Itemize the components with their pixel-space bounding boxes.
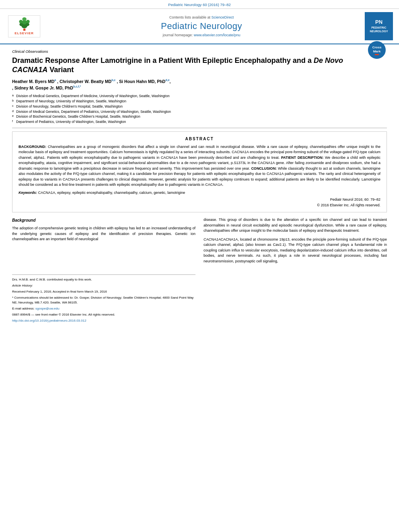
journal-header: ELSEVIER Contents lists available at Sci… [0,9,399,44]
background-label: BACKGROUND: [19,145,46,149]
footnote-4: * Communications should be addressed to:… [12,295,195,305]
journal-badge: PN PEDIATRIC NEUROLOGY [365,12,393,40]
issn-line: 0887-8994/$ — see front matter © 2016 El… [12,312,195,317]
affiliation-d: d Division of Medical Genetics, Departme… [12,109,387,114]
badge-bottom: NEUROLOGY [370,29,388,33]
email-line: E-mail address: sgospe@uw.edu [12,306,195,311]
author3-sup: d,e [165,79,169,81]
footnote-3: Received February 1, 2016; Accepted in f… [12,289,195,294]
homepage-url[interactable]: www.elsevier.com/locate/pnu [194,33,241,37]
issn-text: 0887-8994/$ — see front matter © 2016 El… [12,313,115,316]
svg-point-5 [19,20,23,23]
left-column: Background The adoption of comprehensive… [12,217,195,323]
svg-point-7 [22,17,27,21]
author1: Heather M. Byers MD [12,79,54,83]
crossmark-icon: Cross Mark [367,40,387,60]
abstract-text: BACKGROUND: Channelopathies are a group … [19,144,380,188]
journal-title: Pediatric Neurology [161,21,242,31]
separator [12,128,387,128]
body-two-col: Background The adoption of comprehensive… [12,217,387,323]
svg-rect-11 [375,54,379,55]
elsevier-wordmark: ELSEVIER [15,31,34,35]
affiliation-c: c Division of Neurology, Seattle Childre… [12,104,387,109]
left-body-text: The adoption of comprehensive genetic te… [12,226,195,242]
authors-line: Heather M. Byers MDa , Christopher W. Be… [12,78,387,91]
journal-reference-bar: Pediatric Neurology 60 (2016) 79–82 [0,0,399,9]
comma3: , [170,79,171,83]
keywords-label: Keywords: [19,191,37,195]
right-column: disease. This group of disorders is due … [204,217,387,323]
email-label: E-mail address: [12,307,35,310]
right-body-text-1: disease. This group of disorders is due … [204,217,387,234]
header-center: Contents lists available at ScienceDirec… [46,12,357,40]
svg-rect-0 [23,29,25,31]
title-end: Variant [48,66,74,74]
keywords-line: Keywords: CACNA1A, epilepsy, epileptic e… [19,190,380,196]
journal-homepage: journal homepage: www.elsevier.com/locat… [163,33,241,37]
badge-top: PEDIATRIC [371,26,386,29]
copyright-text: © 2016 Elsevier Inc. All rights reserved… [19,203,380,208]
author4-sup: b,c,f,* [73,85,81,88]
footnote-1: Drs. H.M.B. and C.W.B. contributed equal… [12,277,195,282]
author3: , Si Houn Hahn MD, PhD [117,79,166,83]
citation-text: Pediatr Neurol 2016; 60: 79–82 [19,197,380,203]
doi-line: http://dx.doi.org/10.1016/j.pediatrneuro… [12,318,195,323]
citation-line: Pediatr Neurol 2016; 60: 79–82 © 2016 El… [19,197,380,208]
author4: , Sidney M. Gospe Jr. MD, PhD [12,85,73,90]
sciencedirect-line: Contents lists available at ScienceDirec… [169,15,234,19]
affiliation-b: b Department of Neurology, University of… [12,99,387,104]
article-title: Dramatic Response After Lamotrigine in a… [12,56,387,75]
sciencedirect-link[interactable]: ScienceDirect [212,15,234,19]
footer-notes: Drs. H.M.B. and C.W.B. contributed equal… [12,274,195,323]
abstract-section: ABSTRACT BACKGROUND: Channelopathies are… [12,131,387,213]
affiliations: a Division of Medical Genetics, Departme… [12,94,387,125]
section-label: Clinical Observations [12,49,387,54]
author2-sup: b,c [112,79,116,81]
title-area: Cross Mark Dramatic Response After Lamot… [12,56,387,78]
doi-link[interactable]: http://dx.doi.org/10.1016/j.pediatrneuro… [12,319,86,322]
conclusion-label: CONCLUSION: [251,166,277,170]
cacna1a-italic: CACNA1A [204,237,221,241]
email-address[interactable]: sgospe@uw.edu [35,307,59,310]
header-right: PN PEDIATRIC NEUROLOGY [361,12,393,40]
svg-text:Cross: Cross [372,46,382,49]
affiliation-e: e Division of Biochemical Genetics, Seat… [12,114,387,119]
affiliation-a: a Division of Medical Genetics, Departme… [12,94,387,99]
svg-text:Mark: Mark [373,50,381,53]
patient-label: PATIENT DESCRIPTION: [281,156,323,160]
elsevier-tree-icon [13,17,35,31]
header-left: ELSEVIER [6,12,42,40]
right-para2-text: CACNA1A, located at chromosome 19p13, en… [204,237,387,263]
affiliation-f: f Department of Pediatrics, University o… [12,119,387,125]
author2: , Christopher W. Beatty MD [57,79,112,83]
right-body-text-2: CACNA1ACACNA1A, located at chromosome 19… [204,237,387,264]
abstract-title: ABSTRACT [19,136,380,142]
footnote-2: Article History: [12,283,195,288]
crossmark-container: Cross Mark [367,40,387,61]
elsevier-logo: ELSEVIER [8,15,40,37]
svg-point-6 [26,20,29,23]
page: Pediatric Neurology 60 (2016) 79–82 ELSE… [0,0,399,532]
journal-reference-text: Pediatric Neurology 60 (2016) 79–82 [168,2,231,7]
article-history-label: Article History: [12,284,33,287]
author1-sup: a [54,79,56,81]
title-start: Dramatic Response After Lamotrigine in a… [12,56,314,64]
keywords-text: CACNA1A, epilepsy, epileptic encephalopa… [38,191,185,195]
background-heading: Background [12,217,195,223]
article-body: Clinical Observations Cross Mark Dramati… [0,44,399,323]
